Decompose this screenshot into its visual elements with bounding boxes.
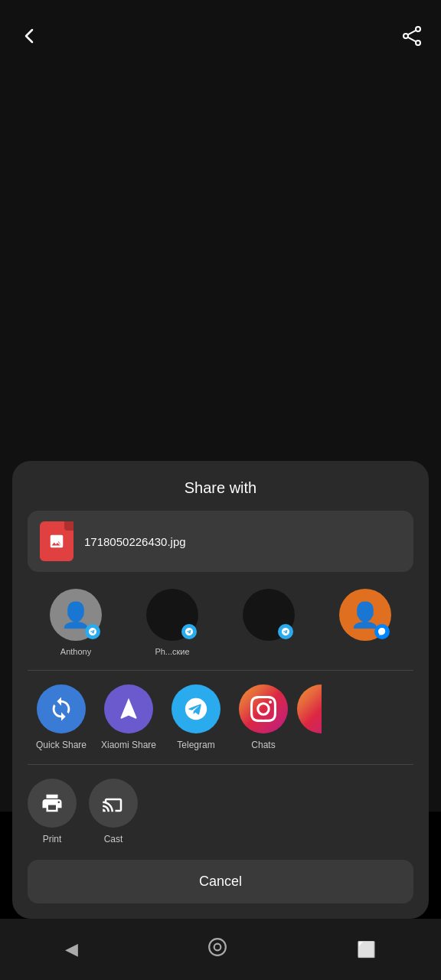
apps-row: Quick Share Xiaomi Share Telegram bbox=[28, 684, 413, 765]
telegram-icon bbox=[172, 684, 220, 733]
app-label-quickshare: Quick Share bbox=[36, 740, 87, 750]
nav-back-button[interactable]: ◀ bbox=[65, 939, 78, 959]
app-item-instagram-chats[interactable]: Chats bbox=[230, 684, 297, 750]
contact-badge-telegram-2 bbox=[181, 624, 197, 639]
contact-item-4[interactable]: 👤 bbox=[335, 589, 396, 656]
share-sheet-title: Share with bbox=[28, 479, 413, 497]
nav-recents-button[interactable]: ⬜ bbox=[357, 940, 376, 959]
contact-item-1[interactable]: 👤 Anthony bbox=[45, 589, 106, 656]
contact-item-2[interactable]: Ph...cкие bbox=[142, 589, 203, 656]
action-item-print[interactable]: Print bbox=[28, 779, 77, 844]
app-item-partial bbox=[297, 684, 322, 740]
top-bar bbox=[0, 0, 441, 77]
quickshare-icon bbox=[37, 684, 86, 733]
share-sheet: Share with 1718050226430.jpg 👤 bbox=[12, 461, 429, 919]
app-item-telegram[interactable]: Telegram bbox=[162, 684, 230, 750]
person-icon-1: 👤 bbox=[60, 600, 91, 629]
svg-point-7 bbox=[214, 944, 221, 951]
nav-bar: ◀ ⬜ bbox=[0, 919, 441, 980]
xiaomishare-icon bbox=[104, 684, 153, 733]
app-item-quickshare[interactable]: Quick Share bbox=[28, 684, 95, 750]
contact-name-2: Ph...cкие bbox=[155, 647, 189, 656]
file-name: 1718050226430.jpg bbox=[84, 535, 186, 548]
partial-app-icon bbox=[297, 684, 322, 733]
svg-line-3 bbox=[408, 30, 416, 34]
contact-item-3[interactable] bbox=[238, 589, 299, 656]
image-broken-icon bbox=[48, 533, 65, 550]
contact-avatar-1: 👤 bbox=[50, 589, 102, 641]
contact-avatar-2 bbox=[146, 589, 198, 641]
cast-icon bbox=[89, 779, 138, 828]
app-label-chats: Chats bbox=[251, 740, 275, 750]
svg-line-4 bbox=[408, 37, 416, 41]
action-item-cast[interactable]: Cast bbox=[89, 779, 138, 844]
file-row: 1718050226430.jpg bbox=[28, 511, 413, 572]
svg-point-2 bbox=[403, 34, 408, 38]
app-label-xiaomishare: Xiaomi Share bbox=[101, 740, 156, 750]
contact-avatar-4: 👤 bbox=[339, 589, 391, 641]
action-label-print: Print bbox=[43, 834, 62, 844]
action-label-cast: Cast bbox=[104, 834, 123, 844]
share-icon[interactable] bbox=[401, 25, 423, 52]
back-button[interactable] bbox=[18, 25, 40, 52]
contact-badge-telegram-1 bbox=[85, 624, 100, 639]
nav-home-button[interactable] bbox=[207, 937, 227, 962]
contact-name-1: Anthony bbox=[60, 647, 91, 656]
file-icon bbox=[40, 521, 74, 561]
svg-point-6 bbox=[209, 939, 226, 956]
print-icon bbox=[28, 779, 77, 828]
contact-badge-telegram-3 bbox=[278, 624, 293, 639]
contact-badge-messenger-4 bbox=[374, 624, 390, 639]
contact-avatar-3 bbox=[243, 589, 295, 641]
app-label-telegram: Telegram bbox=[177, 740, 214, 750]
person-icon-4: 👤 bbox=[350, 600, 381, 629]
contacts-row: 👤 Anthony Ph...cкие bbox=[28, 589, 413, 671]
svg-point-0 bbox=[416, 27, 420, 31]
svg-point-1 bbox=[416, 41, 420, 45]
actions-row: Print Cast bbox=[28, 779, 413, 844]
app-item-xiaomishare[interactable]: Xiaomi Share bbox=[95, 684, 162, 750]
cancel-button[interactable]: Cancel bbox=[28, 860, 413, 903]
instagram-icon bbox=[239, 684, 288, 733]
